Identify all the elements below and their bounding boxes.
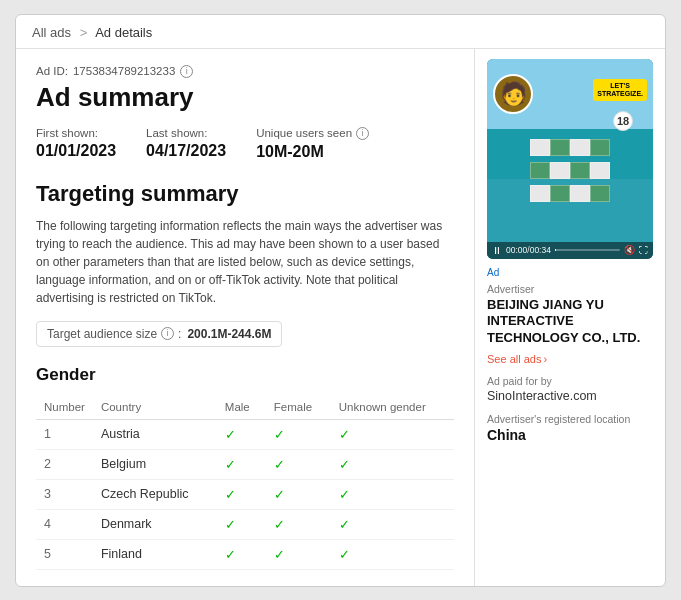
advertiser-label: Advertiser: [487, 283, 653, 295]
board-grid: [530, 139, 610, 209]
row-unknown: ✓: [331, 539, 454, 569]
board-cell: [590, 162, 610, 179]
ad-summary-title: Ad summary: [36, 82, 454, 113]
game-board: [530, 139, 610, 229]
audience-size-value: 200.1M-244.6M: [187, 327, 271, 341]
row-female: ✓: [266, 509, 331, 539]
game-scene: 🧑 LET'SSTRATEGIZE.: [487, 59, 653, 259]
breadcrumb-current: Ad details: [95, 25, 152, 40]
row-country: Belgium: [93, 449, 217, 479]
main-card: All ads > Ad details Ad ID: 175383478921…: [15, 14, 666, 587]
board-cell: [530, 162, 550, 179]
breadcrumb: All ads > Ad details: [16, 15, 665, 49]
gender-table-header: Number Country Male Female Unknown gende…: [36, 395, 454, 420]
first-shown-label: First shown:: [36, 127, 116, 139]
ad-id-info-icon[interactable]: i: [180, 65, 193, 78]
ad-id-row: Ad ID: 1753834789213233 i: [36, 65, 454, 78]
row-unknown: ✓: [331, 419, 454, 449]
row-unknown: ✓: [331, 479, 454, 509]
row-male: ✓: [217, 449, 266, 479]
row-number: 2: [36, 449, 93, 479]
unique-users-stat: Unique users seen i 10M-20M: [256, 127, 369, 161]
volume-icon[interactable]: 🔇: [624, 245, 635, 255]
checkmark-icon: ✓: [225, 547, 236, 562]
row-male: ✓: [217, 419, 266, 449]
reg-location-value: China: [487, 427, 653, 443]
last-shown-label: Last shown:: [146, 127, 226, 139]
progress-fill: [555, 249, 556, 251]
checkmark-icon: ✓: [274, 427, 285, 442]
checkmark-icon: ✓: [274, 547, 285, 562]
unique-users-info-icon[interactable]: i: [356, 127, 369, 140]
board-cell: [570, 139, 590, 156]
avatar-face: 🧑: [500, 81, 527, 107]
fullscreen-icon[interactable]: ⛶: [639, 245, 648, 255]
col-number: Number: [36, 395, 93, 420]
row-number: 3: [36, 479, 93, 509]
audience-colon: :: [178, 327, 181, 341]
row-country: Czech Republic: [93, 479, 217, 509]
checkmark-icon: ✓: [339, 457, 350, 472]
advertiser-name: BEIJING JIANG YU INTERACTIVE TECHNOLOGY …: [487, 297, 653, 348]
row-country: Finland: [93, 539, 217, 569]
board-cell: [550, 162, 570, 179]
number-badge: 18: [613, 111, 633, 131]
video-player[interactable]: 🧑 LET'SSTRATEGIZE.: [487, 59, 653, 259]
breadcrumb-all-ads[interactable]: All ads: [32, 25, 71, 40]
board-cell: [550, 139, 570, 156]
row-country: Denmark: [93, 509, 217, 539]
see-all-ads-arrow: ›: [543, 353, 547, 365]
ad-id-label: Ad ID:: [36, 65, 68, 77]
board-cell: [590, 185, 610, 202]
board-cell: [570, 162, 590, 179]
targeting-description: The following targeting information refl…: [36, 217, 454, 307]
col-unknown: Unknown gender: [331, 395, 454, 420]
last-shown-value: 04/17/2023: [146, 142, 226, 160]
row-male: ✓: [217, 509, 266, 539]
row-number: 4: [36, 509, 93, 539]
paid-by-value: SinoInteractive.com: [487, 389, 653, 403]
reg-location-label: Advertiser's registered location: [487, 413, 653, 425]
gender-title: Gender: [36, 365, 454, 385]
audience-size-box: Target audience size i : 200.1M-244.6M: [36, 321, 282, 347]
row-female: ✓: [266, 479, 331, 509]
row-country: Austria: [93, 419, 217, 449]
row-female: ✓: [266, 419, 331, 449]
video-controls: ⏸ 00:00/00:34 🔇 ⛶: [487, 242, 653, 259]
ad-label: Ad: [487, 267, 653, 278]
checkmark-icon: ✓: [274, 487, 285, 502]
ad-id-value: 1753834789213233: [73, 65, 175, 77]
breadcrumb-separator: >: [80, 25, 88, 40]
board-cell: [530, 139, 550, 156]
gender-table: Number Country Male Female Unknown gende…: [36, 395, 454, 570]
row-male: ✓: [217, 479, 266, 509]
first-shown-value: 01/01/2023: [36, 142, 116, 160]
checkmark-icon: ✓: [339, 547, 350, 562]
targeting-title: Targeting summary: [36, 181, 454, 207]
progress-bar[interactable]: [555, 249, 620, 251]
left-panel: Ad ID: 1753834789213233 i Ad summary Fir…: [16, 49, 475, 586]
col-country: Country: [93, 395, 217, 420]
audience-info-icon[interactable]: i: [161, 327, 174, 340]
stats-row: First shown: 01/01/2023 Last shown: 04/1…: [36, 127, 454, 161]
board-cell: [550, 185, 570, 202]
row-unknown: ✓: [331, 509, 454, 539]
unique-users-label: Unique users seen i: [256, 127, 369, 140]
see-all-ads-text: See all ads: [487, 353, 541, 365]
gender-section: Gender Number Country Male Female Unknow…: [36, 365, 454, 570]
row-female: ✓: [266, 449, 331, 479]
table-row: 1Austria✓✓✓: [36, 419, 454, 449]
table-row: 2Belgium✓✓✓: [36, 449, 454, 479]
unique-users-value: 10M-20M: [256, 143, 369, 161]
time-display: 00:00/00:34: [506, 245, 551, 255]
strategize-badge: LET'SSTRATEGIZE.: [593, 79, 647, 102]
table-row: 5Finland✓✓✓: [36, 539, 454, 569]
pause-button[interactable]: ⏸: [492, 245, 502, 256]
see-all-ads-link[interactable]: See all ads ›: [487, 353, 653, 365]
gender-table-body: 1Austria✓✓✓2Belgium✓✓✓3Czech Republic✓✓✓…: [36, 419, 454, 569]
checkmark-icon: ✓: [339, 487, 350, 502]
board-cell: [570, 185, 590, 202]
board-cell: [530, 185, 550, 202]
paid-by-label: Ad paid for by: [487, 375, 653, 387]
first-shown-stat: First shown: 01/01/2023: [36, 127, 116, 161]
